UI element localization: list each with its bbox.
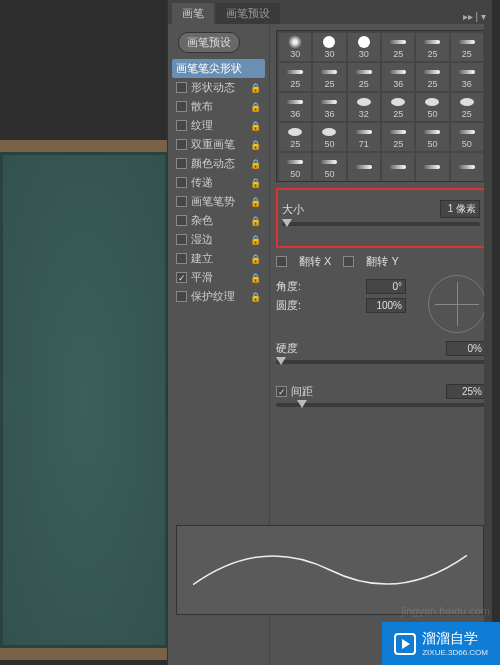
brush-tip[interactable] <box>416 153 448 181</box>
brush-tip[interactable]: 25 <box>313 63 345 91</box>
brush-tip[interactable] <box>451 153 483 181</box>
lock-icon: 🔒 <box>250 273 261 283</box>
lock-icon: 🔒 <box>250 178 261 188</box>
brush-tip[interactable]: 50 <box>416 123 448 151</box>
brush-tip[interactable]: 50 <box>313 153 345 181</box>
brush-tip[interactable] <box>382 153 414 181</box>
spacing-label: 间距 <box>291 384 313 399</box>
option-smoothing[interactable]: 平滑 🔒 <box>172 268 265 287</box>
watermark-url: jingyan.baidu.com <box>401 605 490 617</box>
brush-presets-button[interactable]: 画笔预设 <box>178 32 240 53</box>
option-color-dynamics[interactable]: 颜色动态 🔒 <box>172 154 265 173</box>
brush-tip[interactable]: 50 <box>313 123 345 151</box>
brush-tip[interactable]: 25 <box>451 33 483 61</box>
brush-tip[interactable]: 25 <box>348 63 380 91</box>
lock-icon: 🔒 <box>250 121 261 131</box>
option-transfer[interactable]: 传递 🔒 <box>172 173 265 192</box>
brush-tip[interactable]: 71 <box>348 123 380 151</box>
angle-value[interactable]: 0° <box>366 279 406 294</box>
size-slider[interactable] <box>282 222 480 226</box>
option-build-up[interactable]: 建立 🔒 <box>172 249 265 268</box>
checkbox[interactable] <box>176 158 187 169</box>
lock-icon: 🔒 <box>250 102 261 112</box>
panel-menu-icon[interactable]: ▸▸ | ▾ <box>457 9 492 24</box>
watermark-logo: 溜溜自学 ZIXUE.3D66.COM <box>382 622 500 665</box>
brush-tip[interactable]: 32 <box>348 93 380 121</box>
brush-tip[interactable]: 30 <box>348 33 380 61</box>
option-dual-brush[interactable]: 双重画笔 🔒 <box>172 135 265 154</box>
stroke-preview <box>176 525 484 615</box>
brush-tip[interactable]: 25 <box>382 123 414 151</box>
lock-icon: 🔒 <box>250 83 261 93</box>
size-value[interactable]: 1 像素 <box>440 200 480 218</box>
spacing-slider[interactable] <box>276 403 486 407</box>
option-brush-tip-shape[interactable]: 画笔笔尖形状 <box>172 59 265 78</box>
brush-panel: 画笔 画笔预设 ▸▸ | ▾ 画笔预设 画笔笔尖形状 形状动态 🔒 散布 🔒 <box>167 0 492 665</box>
lock-icon: 🔒 <box>250 235 261 245</box>
checkbox[interactable] <box>176 120 187 131</box>
panel-tabs: 画笔 画笔预设 ▸▸ | ▾ <box>168 0 492 24</box>
checkbox[interactable] <box>176 82 187 93</box>
checkbox[interactable] <box>176 291 187 302</box>
size-highlight: 大小 1 像素 <box>276 188 486 248</box>
hardness-label: 硬度 <box>276 341 316 356</box>
brush-tip[interactable]: 25 <box>416 63 448 91</box>
spacing-checkbox[interactable] <box>276 386 287 397</box>
roundness-value[interactable]: 100% <box>366 298 406 313</box>
brush-tip[interactable]: 36 <box>313 93 345 121</box>
brush-tip[interactable]: 25 <box>382 33 414 61</box>
checkbox[interactable] <box>176 234 187 245</box>
checkbox[interactable] <box>176 215 187 226</box>
option-protect-texture[interactable]: 保护纹理 🔒 <box>172 287 265 306</box>
brush-tip[interactable]: 25 <box>451 93 483 121</box>
tab-brush[interactable]: 画笔 <box>172 3 214 24</box>
brush-tip-grid[interactable]: 3030302525252525253625363636322550252550… <box>276 30 486 182</box>
option-scattering[interactable]: 散布 🔒 <box>172 97 265 116</box>
brush-tip[interactable] <box>348 153 380 181</box>
option-noise[interactable]: 杂色 🔒 <box>172 211 265 230</box>
brush-tip[interactable]: 50 <box>416 93 448 121</box>
brush-tip[interactable]: 30 <box>313 33 345 61</box>
checkbox[interactable] <box>176 272 187 283</box>
roundness-label: 圆度: <box>276 298 316 313</box>
lock-icon: 🔒 <box>250 254 261 264</box>
brush-tip[interactable]: 36 <box>451 63 483 91</box>
checkbox[interactable] <box>176 253 187 264</box>
angle-roundness-widget[interactable] <box>428 275 486 333</box>
brush-tip[interactable]: 30 <box>279 33 311 61</box>
option-brush-pose[interactable]: 画笔笔势 🔒 <box>172 192 265 211</box>
flip-x-label: 翻转 X <box>299 254 331 269</box>
brush-tip[interactable]: 25 <box>416 33 448 61</box>
brush-tip[interactable]: 36 <box>279 93 311 121</box>
brush-tip[interactable]: 36 <box>382 63 414 91</box>
option-wet-edges[interactable]: 湿边 🔒 <box>172 230 265 249</box>
angle-label: 角度: <box>276 279 316 294</box>
lock-icon: 🔒 <box>250 216 261 226</box>
spacing-value[interactable]: 25% <box>446 384 486 399</box>
option-shape-dynamics[interactable]: 形状动态 🔒 <box>172 78 265 97</box>
lock-icon: 🔒 <box>250 197 261 207</box>
flip-y-label: 翻转 Y <box>366 254 398 269</box>
lock-icon: 🔒 <box>250 159 261 169</box>
flip-y-checkbox[interactable] <box>343 256 354 267</box>
background-chalkboard <box>0 140 180 660</box>
brush-tip[interactable]: 50 <box>279 153 311 181</box>
flip-x-checkbox[interactable] <box>276 256 287 267</box>
checkbox[interactable] <box>176 101 187 112</box>
lock-icon: 🔒 <box>250 292 261 302</box>
lock-icon: 🔒 <box>250 140 261 150</box>
checkbox[interactable] <box>176 177 187 188</box>
checkbox[interactable] <box>176 196 187 207</box>
checkbox[interactable] <box>176 139 187 150</box>
hardness-value[interactable]: 0% <box>446 341 486 356</box>
option-texture[interactable]: 纹理 🔒 <box>172 116 265 135</box>
brush-tip[interactable]: 25 <box>382 93 414 121</box>
brush-tip[interactable]: 25 <box>279 63 311 91</box>
hardness-slider[interactable] <box>276 360 486 364</box>
brush-tip[interactable]: 50 <box>451 123 483 151</box>
panel-gutter <box>484 24 492 665</box>
brush-tip[interactable]: 25 <box>279 123 311 151</box>
size-label: 大小 <box>282 202 322 217</box>
flip-row: 翻转 X 翻转 Y <box>276 254 486 269</box>
tab-brush-presets[interactable]: 画笔预设 <box>216 3 280 24</box>
